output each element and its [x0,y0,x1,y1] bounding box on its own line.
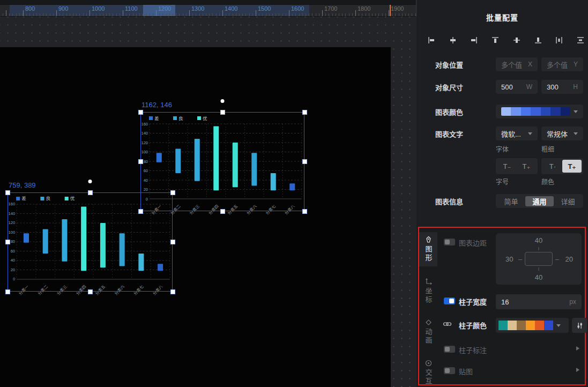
sliders-icon [576,322,584,330]
color-swatch[interactable] [498,321,508,330]
design-canvas[interactable]: 020406080100120140160差良优分类一分类二分类三分类四分类五分… [0,47,391,387]
resize-handle[interactable] [303,110,307,114]
align-right-button[interactable] [470,35,479,45]
resize-handle[interactable] [139,110,143,114]
resize-handle[interactable] [171,290,175,294]
resize-handle[interactable] [139,160,143,163]
position-x-value: 多个值 [501,59,522,70]
chart-color-picker[interactable] [496,105,583,118]
texture-label: 贴图 [459,366,473,376]
ruler-tick-label: 1000 [92,5,105,12]
chart-info-option-简单[interactable]: 简单 [497,196,525,206]
margin-tick [539,267,539,271]
resize-handle[interactable] [88,290,92,294]
resize-handle[interactable] [88,191,92,195]
bar-color-palette[interactable] [496,318,569,333]
tab-交互[interactable]: 交互 [419,355,437,387]
size-width-suffix: W [526,83,532,91]
top-strip [0,0,416,5]
color-swatch[interactable] [535,321,544,330]
resize-handle[interactable] [303,160,307,163]
color-swatch[interactable] [526,321,535,330]
align-center-h-button[interactable] [449,35,458,45]
margin-top-value[interactable]: 40 [496,236,582,244]
chart-info-option-详细[interactable]: 详细 [554,196,582,206]
app-root: 8009001000110012001300140015001600170018… [0,0,588,387]
distribute-h-button[interactable] [555,35,564,45]
workspace[interactable]: 020406080100120140160差良优分类一分类二分类三分类四分类五分… [0,17,416,387]
bar-width-input[interactable]: 16 px [496,294,582,309]
distribute-h-icon [555,36,563,44]
color-swatch[interactable] [544,321,553,330]
chart-object[interactable]: 020406080100120140160差良优分类一分类二分类三分类四分类五分… [140,112,304,211]
resize-handle[interactable] [171,240,175,244]
expand-right-icon[interactable] [576,368,579,372]
resize-handle[interactable] [6,290,10,294]
resize-handle[interactable] [139,210,143,213]
position-y-input[interactable]: 多个值 Y [541,57,583,71]
texture-toggle[interactable] [444,367,455,374]
color-swatch[interactable] [517,321,526,330]
tab-动画[interactable]: 动画 [419,315,437,349]
chart-info-option-通用[interactable]: 通用 [525,196,554,206]
font-weight-select[interactable]: 常规体 [541,126,583,140]
object-position-label: 对象位置 [435,59,463,70]
bar-width-toggle[interactable] [444,297,455,304]
distribute-v-button[interactable] [576,35,586,45]
ruler-tick-label: 1500 [258,5,271,12]
margin-right-value[interactable]: 20 [565,255,573,263]
text-style-button[interactable]: T· [543,160,562,173]
tab-坐标[interactable]: 坐标 [419,274,437,308]
margin-bottom-value[interactable]: 40 [496,273,582,281]
font-size-caption: 字号 [496,177,509,186]
position-label: 759, 389 [9,181,36,189]
tab-图形[interactable]: 图形 [419,232,437,266]
font-family-select[interactable]: 微软... [496,126,538,140]
ruler-tick-label: 1900 [391,5,404,12]
resize-handle[interactable] [221,210,225,213]
size-width-input[interactable]: 500 W [496,80,538,94]
resize-handle[interactable] [221,110,225,114]
rotate-handle[interactable] [88,180,92,183]
color-adjust-button[interactable] [572,318,587,333]
font-family-value: 微软... [501,129,521,139]
ruler-tick-label: 1700 [324,5,337,12]
selection-frame [140,112,304,211]
resize-handle[interactable] [6,191,10,195]
bar-annotation-toggle[interactable] [444,346,455,353]
position-x-input[interactable]: 多个值 X [496,57,538,71]
position-label: 1162, 146 [142,101,172,109]
align-top-button[interactable] [491,35,501,45]
bar-annotation-label: 柱子标注 [459,345,487,355]
bar-width-unit: px [569,298,576,306]
properties-panel: 批量配置 对象位置 多个值 X 多个值 Y 对象尺寸 500 W 300 H [416,0,588,387]
align-middle-v-button[interactable] [512,35,522,45]
margin-center-input[interactable] [525,252,553,266]
ruler-tick-label: 1200 [158,5,171,12]
size-height-input[interactable]: 300 H [541,80,583,94]
chart-margin-toggle[interactable] [444,239,455,245]
tab-label: 交互 [423,369,434,386]
resize-handle[interactable] [303,210,307,213]
text-style-button[interactable]: T₊ [562,160,582,173]
rotate-handle[interactable] [221,99,225,103]
gradient-segment [511,107,520,116]
ruler-tick-label: 1800 [358,5,370,12]
ruler-tick-label: 1300 [191,5,204,12]
size-width-value: 500 [501,83,513,91]
color-swatch[interactable] [508,321,517,330]
text-style-button[interactable]: T₋ [497,160,517,173]
chevron-down-icon [556,324,561,327]
expand-right-icon[interactable] [576,346,579,351]
align-toolbar [427,35,586,46]
axis-icon [425,278,433,286]
ruler-tick-label: 1600 [291,5,304,12]
margin-left-value[interactable]: 30 [505,255,513,263]
ruler-playhead[interactable] [390,5,391,16]
horizontal-ruler[interactable]: 8009001000110012001300140015001600170018… [0,5,416,17]
resize-handle[interactable] [6,240,10,244]
text-style-button[interactable]: T₊ [517,160,536,173]
chart-text-label: 图表文字 [435,129,463,139]
align-left-button[interactable] [427,35,437,45]
align-bottom-button[interactable] [534,35,544,45]
